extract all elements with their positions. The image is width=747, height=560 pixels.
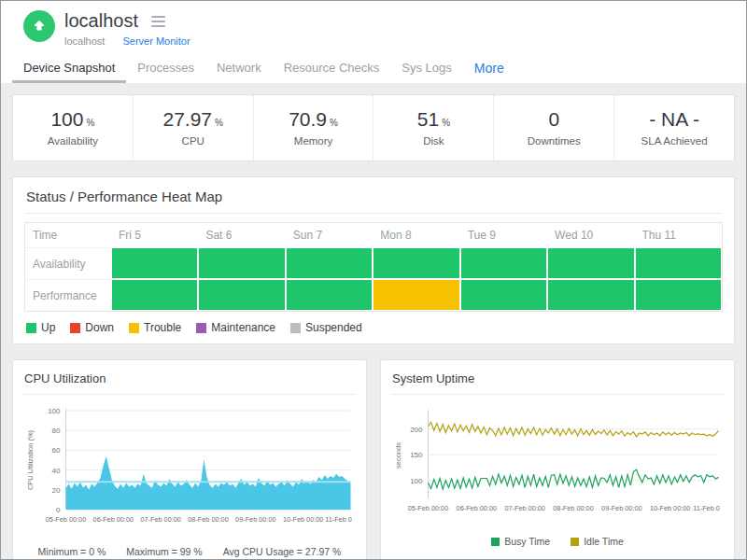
stat-disk: 51%Disk <box>374 95 494 161</box>
heatmap-cell-performance-tue-9[interactable] <box>460 279 547 311</box>
stat-value: 51 <box>417 108 439 130</box>
uptime-chart-card: System Uptime 100150200seconds05-Feb 00:… <box>380 359 735 559</box>
stat-value: 70.9 <box>289 108 327 130</box>
heatmap-col-header-sat-6: Sat 6 <box>198 223 285 247</box>
tab-processes[interactable]: Processes <box>126 55 205 83</box>
legend-label: Suspended <box>305 321 362 334</box>
y-tick-label: 20 <box>52 486 61 495</box>
y-tick-label: 40 <box>52 467 61 475</box>
y-tick-label: 150 <box>410 451 423 459</box>
heatmap-col-header-sun-7: Sun 7 <box>286 223 373 247</box>
uptime-chart-title: System Uptime <box>392 371 725 385</box>
hamburger-menu-icon[interactable] <box>149 14 167 29</box>
stat-value: 100 <box>50 108 83 130</box>
heatmap-col-header-thu-11: Thu 11 <box>635 223 722 247</box>
heatmap-cell-availability-wed-10[interactable] <box>547 247 634 279</box>
x-tick-label: 10-Feb 00:00 <box>650 504 690 512</box>
x-tick-label: 10-Feb 00:00 <box>283 515 323 524</box>
x-tick-label: 08-Feb 00:00 <box>188 515 228 524</box>
cpu-footer-stat-2: Avg CPU Usage = 27.97 % <box>223 546 342 557</box>
heatmap-row-label-availability: Availability <box>25 247 111 279</box>
stat-unit: % <box>330 118 338 128</box>
y-tick-label: 80 <box>52 427 61 435</box>
heatmap-cell-availability-sun-7[interactable] <box>286 247 373 279</box>
tab-network[interactable]: Network <box>205 55 273 83</box>
y-axis-label: CPU Utilization (%) <box>26 429 35 490</box>
y-tick-label: 100 <box>410 477 423 485</box>
stat-memory: 70.9%Memory <box>254 95 374 161</box>
legend-label: Down <box>85 321 114 334</box>
y-axis-label: seconds <box>394 442 402 469</box>
heatmap-cell-availability-sat-6[interactable] <box>198 247 285 279</box>
x-tick-label: 11-Feb 0 <box>693 504 720 512</box>
legend-label: Maintenance <box>211 321 275 334</box>
x-tick-label: 06-Feb 00:00 <box>457 504 497 512</box>
divider <box>24 213 723 214</box>
heatmap-cell-performance-sat-6[interactable] <box>198 279 285 311</box>
content-area: 100%Availability27.97%CPU70.9%Memory51%D… <box>1 83 746 559</box>
uptime-legend-idle-time[interactable]: Idle Time <box>571 536 624 547</box>
system-uptime-chart: 100150200seconds05-Feb 00:0006-Feb 00:00… <box>390 403 725 528</box>
legend-swatch-idle-time <box>571 538 579 546</box>
heatmap-cell-performance-mon-8[interactable] <box>373 279 459 311</box>
heatmap-legend: UpDownTroubleMaintenanceSuspended <box>24 321 723 334</box>
tab-device-snapshot[interactable]: Device Snapshot <box>12 55 126 83</box>
stat-label: Memory <box>294 135 333 147</box>
stat-unit: % <box>86 118 94 128</box>
heatmap-cell-performance-thu-11[interactable] <box>635 279 722 311</box>
stat-availability: 100%Availability <box>13 95 134 161</box>
tab-sys-logs[interactable]: Sys Logs <box>390 55 462 83</box>
divider <box>22 394 357 395</box>
heatmap-cell-performance-fri-5[interactable] <box>111 279 198 311</box>
legend-label: Up <box>41 321 55 334</box>
area-series-cpu-utilization <box>66 456 351 510</box>
y-tick-label: 200 <box>410 426 423 434</box>
cpu-chart-title: CPU Utilization <box>24 371 357 385</box>
heatmap-cell-performance-wed-10[interactable] <box>547 279 634 311</box>
stat-unit: % <box>215 118 223 128</box>
charts-row: CPU Utilization 020406080100CPU Utilizat… <box>12 359 735 559</box>
x-tick-label: 06-Feb 00:00 <box>93 515 134 524</box>
heatmap-legend-suspended: Suspended <box>290 321 362 334</box>
heatmap-col-header-fri-5: Fri 5 <box>111 223 198 247</box>
up-arrow-icon <box>31 18 48 35</box>
stat-value: - NA - <box>649 108 699 130</box>
heatmap-cell-availability-fri-5[interactable] <box>111 247 198 279</box>
heatmap-table: TimeFri 5Sat 6Sun 7Mon 8Tue 9Wed 10Thu 1… <box>24 222 723 312</box>
tab-bar: Device SnapshotProcessesNetworkResource … <box>1 54 746 83</box>
tab-more[interactable]: More <box>463 55 515 84</box>
breadcrumb: localhost Server Monitor <box>64 35 190 47</box>
uptime-legend-busy-time[interactable]: Busy Time <box>491 536 550 547</box>
heatmap-col-header-time: Time <box>25 223 111 247</box>
x-tick-label: 05-Feb 00:00 <box>408 504 448 512</box>
x-tick-label: 09-Feb 00:00 <box>235 515 275 524</box>
heatmap-cell-availability-tue-9[interactable] <box>460 247 547 279</box>
heatmap-cell-availability-thu-11[interactable] <box>635 247 722 279</box>
cpu-footer-stat-1: Maximum = 99 % <box>126 546 202 557</box>
cpu-utilization-chart: 020406080100CPU Utilization (%)05-Feb 00… <box>22 403 357 539</box>
legend-label: Trouble <box>144 321 181 334</box>
heatmap-col-header-mon-8: Mon 8 <box>373 223 459 247</box>
app-window: localhost localhost Server Monitor Devic… <box>0 0 747 560</box>
heatmap-legend-down: Down <box>70 321 114 334</box>
stat-label: Availability <box>48 135 98 147</box>
heatmap-cell-performance-sun-7[interactable] <box>286 279 373 311</box>
legend-label: Idle Time <box>584 536 624 547</box>
cpu-footer-stat-0: Minimum = 0 % <box>38 546 106 557</box>
legend-swatch-trouble <box>129 323 139 333</box>
uptime-chart-legend: Busy TimeIdle Time <box>390 536 725 547</box>
device-status-avatar <box>23 10 55 42</box>
heatmap-cell-availability-mon-8[interactable] <box>373 247 459 279</box>
legend-swatch-maintenance <box>196 323 206 333</box>
x-tick-label: 08-Feb 00:00 <box>553 504 593 512</box>
heatmap-legend-up: Up <box>26 321 55 334</box>
y-tick-label: 60 <box>52 446 61 455</box>
x-tick-label: 07-Feb 00:00 <box>140 515 180 524</box>
tab-resource-checks[interactable]: Resource Checks <box>273 55 391 83</box>
heatmap-col-header-wed-10: Wed 10 <box>547 223 634 247</box>
heatmap-card: Status / Performance Heat Map TimeFri 5S… <box>12 176 735 344</box>
breadcrumb-monitor-link[interactable]: Server Monitor <box>122 35 190 47</box>
y-tick-label: 100 <box>48 407 61 415</box>
legend-swatch-busy-time <box>491 538 500 546</box>
line-series-idle-time <box>429 423 719 437</box>
